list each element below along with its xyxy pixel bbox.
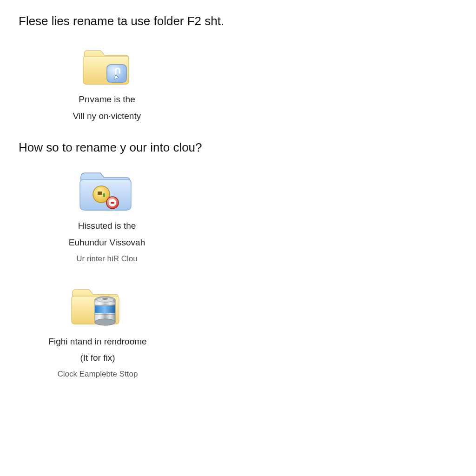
svg-rect-14 xyxy=(95,303,115,304)
folder-label-2-line2: Euhundur Vissovah xyxy=(46,237,167,249)
folder-label-1-line2: Vill ny on·victenty xyxy=(46,110,167,122)
folder-label-3-line2: (It for fix) xyxy=(28,352,167,364)
svg-rect-11 xyxy=(95,305,115,313)
svg-point-10 xyxy=(95,319,115,325)
folder-label-2-line1: Hissuted is the xyxy=(46,220,167,232)
folder-cloud-icon xyxy=(46,166,167,215)
folder-label-1-line1: Prıvame is the xyxy=(46,93,167,106)
folder-item-1[interactable]: Prıvame is the Vill ny on·victenty xyxy=(46,42,167,122)
svg-rect-15 xyxy=(95,314,115,315)
folder-can-icon xyxy=(28,282,167,331)
folder-label-3-line1: Fighi ntand in rendroome xyxy=(28,336,167,348)
folder-item-2[interactable]: Hissuted is the Euhundur Vissovah Ur rin… xyxy=(46,166,167,263)
svg-point-1 xyxy=(119,73,120,74)
svg-rect-3 xyxy=(98,192,102,195)
svg-rect-7 xyxy=(111,202,114,204)
folder-item-3[interactable]: Fighi ntand in rendroome (It for fix) Cl… xyxy=(28,282,167,379)
folder-click-icon xyxy=(46,42,167,89)
page-title-2: How so to rename y our into clou? xyxy=(19,140,457,155)
folder-sublabel-3: Clock Eamplebte Sttop xyxy=(28,370,167,379)
svg-rect-0 xyxy=(107,65,126,82)
page-title-1: Flese lies rename ta use folder F2 sht. xyxy=(19,14,457,28)
svg-point-13 xyxy=(102,298,108,300)
folder-sublabel-2: Ur rinter hiR Clou xyxy=(46,254,167,264)
svg-rect-4 xyxy=(103,193,105,197)
